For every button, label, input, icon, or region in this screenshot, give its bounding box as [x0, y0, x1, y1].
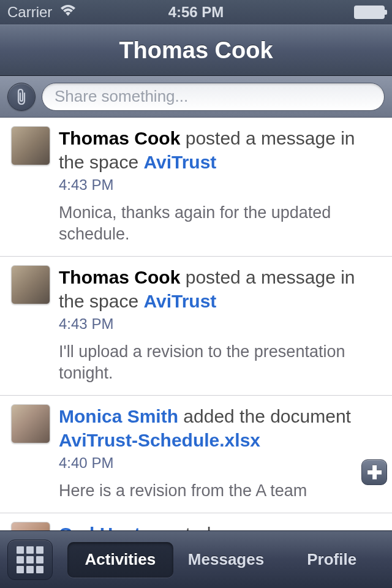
apps-grid-button[interactable] [7, 540, 53, 580]
actor-name: Thomas Cook [59, 267, 180, 287]
activity-text: Monica Smith added the document AviTrust… [59, 404, 382, 452]
plus-icon: ✚ [367, 462, 382, 483]
page-title: Thomas Cook [119, 37, 273, 64]
feed-item[interactable]: Thomas Cook posted a message in the spac… [0, 257, 392, 396]
activity-text: Thomas Cook posted a message in the spac… [59, 265, 382, 313]
actor-link[interactable]: Carl Henty [59, 524, 151, 530]
timestamp: 4:40 PM [59, 454, 382, 472]
activity-text: Carl Henty posted a message [59, 522, 382, 530]
message-body: I'll upload a revision to the presentati… [59, 341, 382, 384]
status-bar: Carrier 4:56 PM [0, 0, 392, 24]
space-link[interactable]: AviTrust [143, 152, 216, 172]
avatar[interactable] [11, 126, 50, 165]
avatar[interactable] [11, 265, 50, 304]
wifi-icon [59, 4, 77, 21]
navigation-bar: Thomas Cook [0, 24, 392, 76]
activity-feed[interactable]: Thomas Cook posted a message in the spac… [0, 118, 392, 530]
grid-icon [17, 546, 43, 573]
document-link[interactable]: AviTrust-Schedule.xlsx [59, 428, 382, 452]
feed-item[interactable]: Carl Henty posted a message 4:35 PM [0, 513, 392, 530]
message-body: Here is a revision from the A team [59, 480, 382, 502]
tab-profile[interactable]: Profile [279, 542, 385, 578]
avatar[interactable] [11, 404, 50, 443]
battery-icon [354, 6, 385, 19]
message-body: Monica, thanks again for the updated sch… [59, 202, 382, 245]
share-input[interactable] [42, 83, 385, 111]
share-bar [0, 76, 392, 118]
timestamp: 4:43 PM [59, 315, 382, 333]
expand-button[interactable]: ✚ [361, 459, 387, 485]
carrier-label: Carrier [7, 4, 52, 21]
tab-messages[interactable]: Messages [173, 542, 279, 578]
attachment-button[interactable] [7, 83, 36, 111]
space-link[interactable]: AviTrust [143, 291, 216, 311]
paperclip-icon [15, 88, 28, 105]
actor-name: Thomas Cook [59, 128, 180, 148]
tab-bar: Activities Messages Profile [0, 530, 392, 588]
activity-text: Thomas Cook posted a message in the spac… [59, 126, 382, 174]
clock-label: 4:56 PM [168, 4, 224, 21]
tab-activities[interactable]: Activities [67, 542, 173, 578]
feed-item[interactable]: Monica Smith added the document AviTrust… [0, 396, 392, 513]
actor-link[interactable]: Monica Smith [59, 406, 178, 426]
avatar[interactable] [11, 522, 50, 530]
feed-item[interactable]: Thomas Cook posted a message in the spac… [0, 118, 392, 257]
timestamp: 4:43 PM [59, 176, 382, 194]
segmented-control: Activities Messages Profile [67, 542, 385, 578]
